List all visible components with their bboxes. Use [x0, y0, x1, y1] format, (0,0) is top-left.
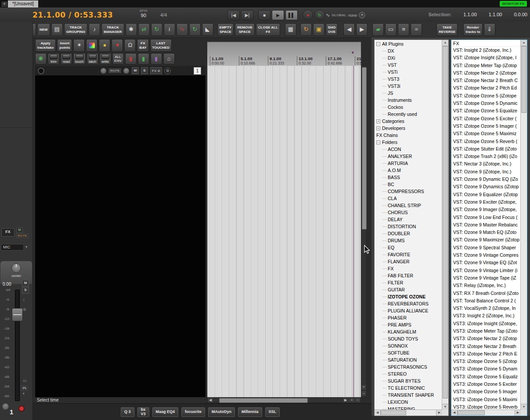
- fx-button[interactable]: FX ⊘: [150, 67, 162, 74]
- fx-plugin-item[interactable]: VST: Ozone 9 Maximizer (iZotop: [452, 236, 520, 244]
- ssl-button[interactable]: SSL: [265, 407, 280, 417]
- fx-plugin-item[interactable]: VST: RX 7 Breath Control (iZoto: [452, 290, 520, 297]
- global-automation-value[interactable]: none: [348, 13, 357, 18]
- fx-plugin-item[interactable]: VST: Ozone 9 Dynamics (iZotop: [452, 183, 520, 190]
- mixer-mute-mini-button[interactable]: M: [16, 227, 23, 233]
- fx-vertical-scrollbar[interactable]: ▲ ▼: [520, 40, 527, 410]
- tree-item[interactable]: SONNOX: [375, 342, 442, 349]
- width-knob[interactable]: [123, 68, 130, 74]
- vertical-scroll-thumb[interactable]: [362, 67, 367, 230]
- stop-button[interactable]: ■: [258, 10, 270, 20]
- tree-item[interactable]: VST3i: [375, 83, 442, 90]
- tree-developers[interactable]: +Developers: [375, 125, 442, 132]
- mixer-mute-button[interactable]: M: [22, 280, 29, 287]
- mixer-pan-knob[interactable]: [11, 263, 21, 273]
- mute-button[interactable]: M: [132, 67, 139, 74]
- pan-value[interactable]: center: [0, 274, 32, 278]
- fx-plugin-item[interactable]: VST3: iZotope Ozone 5 (iZotop: [452, 358, 520, 365]
- fx-plugin-item[interactable]: VST: Ozone 9 Dynamic EQ (iZo: [452, 176, 520, 183]
- nav-right-button[interactable]: ▶: [356, 23, 368, 36]
- track-manager-button[interactable]: TRACK MANAGER: [101, 23, 124, 36]
- home-button[interactable]: ⌂: [163, 53, 175, 65]
- lock-icon-button[interactable]: ▣: [313, 23, 324, 36]
- fx-plugin-item[interactable]: VST: iZotope Trash 2 (x86) (iZo: [452, 153, 520, 160]
- time-signature[interactable]: 4/4: [160, 12, 167, 18]
- render-tracks-button[interactable]: Render tracks to: [463, 23, 482, 36]
- tree-item[interactable]: SPECTRASONICS: [375, 363, 442, 370]
- ramp-icon-button[interactable]: ◣: [202, 23, 213, 36]
- scroll-left-icon[interactable]: ◀: [375, 410, 381, 416]
- tree-item[interactable]: VST3: [375, 75, 442, 83]
- purple-module-button[interactable]: ▮: [151, 53, 162, 65]
- tree-item[interactable]: GUITAR: [375, 286, 442, 293]
- scroll-up-icon[interactable]: ▲: [521, 40, 527, 46]
- tree-item[interactable]: LEXICON: [375, 398, 442, 406]
- bx-v3-button[interactable]: bx V3: [137, 407, 149, 417]
- scroll-right-icon[interactable]: ▶: [436, 410, 442, 416]
- edit-cursor[interactable]: [353, 66, 354, 397]
- repeat-button[interactable]: ↻: [314, 10, 325, 20]
- fx-plugin-item[interactable]: VST3: iZotope Ozone 5 Imager: [452, 388, 520, 395]
- zoom-in-button[interactable]: +: [361, 384, 366, 390]
- tree-horizontal-scrollbar[interactable]: ◀ ▶: [375, 409, 442, 416]
- tree-item[interactable]: PRE AMPS: [375, 321, 442, 328]
- tree-item[interactable]: DOUBLER: [375, 230, 442, 237]
- fx-plugin-item[interactable]: VST: Ozone 9 Imager (iZotope,: [452, 206, 520, 213]
- fx-horizontal-scrollbar[interactable]: ◀ ▶: [451, 409, 521, 416]
- scroll-left-icon[interactable]: ◀: [451, 410, 458, 416]
- tree-fx-chains[interactable]: FX Chains: [375, 132, 442, 139]
- monitor-icon-button[interactable]: ▤: [51, 23, 63, 36]
- tree-item[interactable]: VSTi: [375, 68, 442, 75]
- tree-item[interactable]: DRUMS: [375, 237, 442, 244]
- millennia-button[interactable]: Millennia: [238, 407, 262, 417]
- red-module-button[interactable]: ▮: [125, 53, 137, 65]
- volume-value[interactable]: 0.00: [3, 282, 11, 287]
- loop-icon-button[interactable]: ↻: [300, 23, 312, 36]
- global-automation-dropdown-icon[interactable]: ▾: [359, 12, 365, 18]
- sprout-icon-button[interactable]: ❋: [35, 53, 47, 65]
- lasso-icon-button[interactable]: ∿: [177, 23, 188, 36]
- arrange-vertical-scrollbar[interactable]: + −: [361, 66, 367, 397]
- fx-plugin-item[interactable]: VST: iZotope Nectar 2 Pitch Ed: [452, 84, 520, 92]
- tree-item[interactable]: SOFTUBE: [375, 349, 442, 356]
- tree-item[interactable]: FILTER: [375, 279, 442, 286]
- nav-left-button[interactable]: ◀: [343, 23, 355, 36]
- tree-item[interactable]: DISTORTION: [375, 223, 442, 230]
- tree-item[interactable]: EQ: [375, 244, 442, 251]
- fx-plugin-item[interactable]: VST3: iZotope Meter Tap (iZoto: [452, 327, 520, 335]
- tree-item[interactable]: DX: [375, 47, 442, 54]
- midi-note-icon-button[interactable]: ♪: [89, 23, 100, 36]
- fx-plugin-item[interactable]: VST: iZotope Nectar 2 Breath C: [452, 77, 520, 84]
- fx-plugin-item[interactable]: VST: Ozone 9 Match EQ (iZoto: [452, 229, 520, 236]
- tree-item[interactable]: CLA: [375, 195, 442, 202]
- tree-vscroll-thumb[interactable]: [443, 46, 448, 398]
- bpm-value[interactable]: 90: [140, 13, 147, 18]
- mautodyn-button[interactable]: MAutoDyn: [208, 407, 235, 417]
- loop-selection-icon-button[interactable]: ↻: [189, 23, 201, 36]
- route-button[interactable]: ROUTE: [109, 68, 121, 73]
- show-overlap-button[interactable]: SHO OVE: [326, 23, 338, 36]
- tree-expander-icon[interactable]: −: [376, 42, 380, 46]
- scroll-right-button[interactable]: ▶: [343, 398, 348, 402]
- tree-categories[interactable]: +Categories: [375, 118, 442, 125]
- doc-recycle-icon-button[interactable]: ↻: [151, 23, 162, 36]
- fx-plugin-item[interactable]: VST: Ozone 9 Vintage Tape (iZ: [452, 274, 520, 282]
- tree-item[interactable]: CHORUS: [375, 209, 442, 216]
- touch-mode-button[interactable]: touch: [73, 53, 86, 65]
- tree-item[interactable]: COMPRESSORS: [375, 188, 442, 195]
- fx-plugin-item[interactable]: VST: iZotope Ozone 5 Reverb (: [452, 138, 520, 145]
- ruler-mark[interactable]: 21.1.00:53.3: [355, 56, 361, 65]
- fx-plugin-item[interactable]: VST: iZotope Ozone 5 Exciter (: [452, 115, 520, 122]
- scroll-down-icon[interactable]: ▼: [521, 404, 527, 410]
- transport-time-display[interactable]: 21.1.00 / 0:53.333: [32, 11, 113, 19]
- fx-vscroll-thumb[interactable]: [521, 46, 526, 113]
- ruler-mark[interactable]: 13.1.000:32.00: [297, 56, 326, 65]
- fx-plugin-item[interactable]: VST: iZotope Nectar 2 (iZotope: [452, 69, 520, 77]
- tree-item[interactable]: A.O.M: [375, 167, 442, 174]
- tree-item[interactable]: MASTERING: [375, 406, 442, 409]
- fx-plugin-item[interactable]: VST: iZotope Meter Tap (iZotop: [452, 62, 520, 69]
- fx-plugin-item[interactable]: VST: Insight 2 (iZotope, Inc.): [452, 47, 520, 54]
- input-monitor-button[interactable]: IN: [21, 385, 28, 391]
- scroll-up-icon[interactable]: ▲: [442, 40, 448, 46]
- tree-item[interactable]: FAVORITE: [375, 251, 442, 258]
